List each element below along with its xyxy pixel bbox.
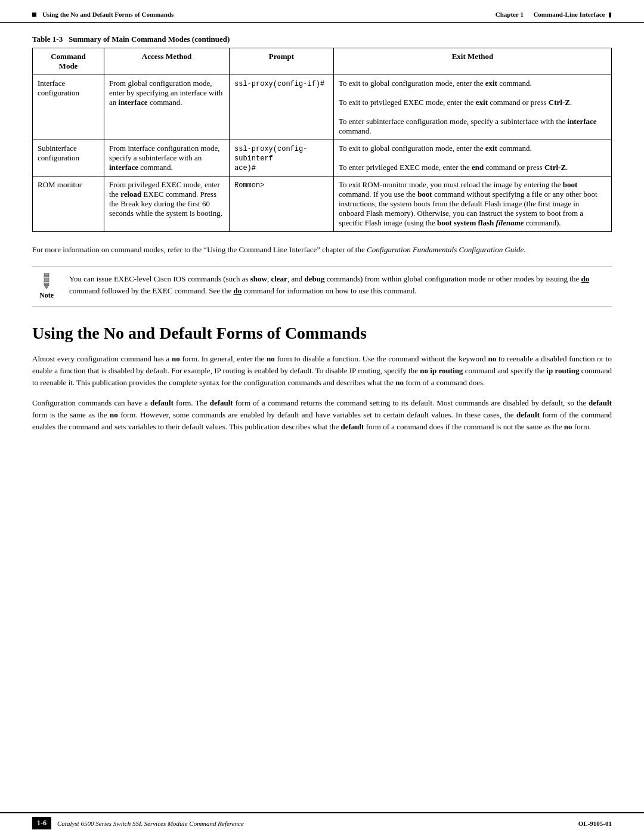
row3-mode: ROM monitor xyxy=(33,176,104,232)
note-pencil-icon xyxy=(38,273,55,290)
section-heading: Using the No and Default Forms of Comman… xyxy=(32,323,612,343)
row3-exit: To exit ROM-monitor mode, you must reloa… xyxy=(334,176,612,232)
note-label: Note xyxy=(39,291,54,300)
header-left: Using the No and Default Forms of Comman… xyxy=(32,11,174,18)
row2-access: From interface configuration mode, speci… xyxy=(104,140,230,176)
page-footer: 1-6 Catalyst 6500 Series Switch SSL Serv… xyxy=(0,812,644,833)
row2-exit: To exit to global configuration mode, en… xyxy=(334,140,612,176)
command-modes-table: CommandMode Access Method Prompt Exit Me… xyxy=(32,48,612,232)
body-paragraph-2: Configuration commands can have a defaul… xyxy=(32,397,612,433)
note-content: You can issue EXEC-level Cisco IOS comma… xyxy=(69,273,612,296)
main-content: Table 1-3 Summary of Main Command Modes … xyxy=(0,23,644,433)
footer-right-text: OL-9105-01 xyxy=(578,820,612,827)
col-header-exit: Exit Method xyxy=(334,48,612,75)
note-icon-area: Note xyxy=(32,273,61,300)
row3-access: From privileged EXEC mode, enter the rel… xyxy=(104,176,230,232)
header-chapter: Chapter 1 xyxy=(496,11,524,18)
row2-prompt: ssl-proxy(config-subinterface)# xyxy=(230,140,334,176)
row2-mode: Subinterfaceconfiguration xyxy=(33,140,104,176)
header-left-text: Using the No and Default Forms of Comman… xyxy=(42,11,174,18)
page-header: Using the No and Default Forms of Comman… xyxy=(0,0,644,23)
svg-rect-0 xyxy=(44,274,49,286)
table-caption: Table 1-3 Summary of Main Command Modes … xyxy=(32,35,612,44)
footer-center-text: Catalyst 6500 Series Switch SSL Services… xyxy=(57,820,244,827)
page-number: 1-6 xyxy=(32,817,51,829)
table-row: Subinterfaceconfiguration From interface… xyxy=(33,140,612,176)
header-right: Chapter 1 Command-Line Interface ▮ xyxy=(496,11,612,18)
footer-left: 1-6 Catalyst 6500 Series Switch SSL Serv… xyxy=(32,817,244,829)
table-row: ROM monitor From privileged EXEC mode, e… xyxy=(33,176,612,232)
note-section: Note You can issue EXEC-level Cisco IOS … xyxy=(32,267,612,306)
reference-paragraph: For more information on command modes, r… xyxy=(32,244,612,256)
table-caption-text: Summary of Main Command Modes (continued… xyxy=(69,35,230,44)
row1-exit: To exit to global configuration mode, en… xyxy=(334,75,612,140)
svg-marker-1 xyxy=(44,285,49,289)
col-header-prompt: Prompt xyxy=(230,48,334,75)
table-header-row: CommandMode Access Method Prompt Exit Me… xyxy=(33,48,612,75)
col-header-mode: CommandMode xyxy=(33,48,104,75)
row1-mode: Interfaceconfiguration xyxy=(33,75,104,140)
bullet-icon xyxy=(32,13,36,17)
header-title: Command-Line Interface xyxy=(533,11,605,18)
table-row: Interfaceconfiguration From global confi… xyxy=(33,75,612,140)
svg-rect-2 xyxy=(44,273,49,275)
row1-prompt: ssl-proxy(config-if)# xyxy=(230,75,334,140)
col-header-access: Access Method xyxy=(104,48,230,75)
row1-access: From global configuration mode, enter by… xyxy=(104,75,230,140)
body-paragraph-1: Almost every configuration command has a… xyxy=(32,353,612,389)
row3-prompt: Rommon> xyxy=(230,176,334,232)
table-number: Table 1-3 xyxy=(32,35,63,44)
